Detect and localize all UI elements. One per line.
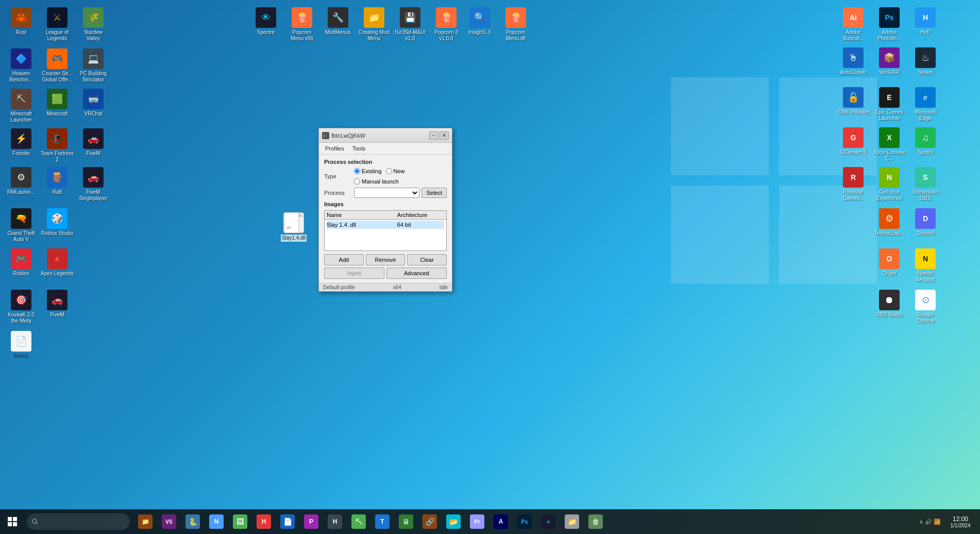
radio-existing[interactable]: Existing — [354, 168, 382, 174]
icon-discord[interactable]: D Discord — [907, 206, 944, 239]
icon-gta[interactable]: 🔫 Grand Theft Auto V — [3, 206, 40, 245]
icon-xbox[interactable]: X Xbox Console C... — [871, 125, 908, 164]
icon-autoclicker[interactable]: 🖱 AutoClicker — [835, 45, 872, 78]
icon-iobit[interactable]: 🔓 IObit Unlocker — [835, 85, 872, 118]
raft-label: Raft — [53, 189, 62, 195]
icon-gconvert[interactable]: G GConvert 5 — [835, 125, 872, 158]
icon-fortnite[interactable]: ⚡ Fortnite — [3, 126, 40, 159]
icon-lol[interactable]: ⚔ League of Legends — [39, 5, 76, 44]
icon-tf2[interactable]: 🎩 Team Fortress 2 — [39, 126, 76, 165]
taskbar-recycle[interactable]: 🗑 — [584, 510, 607, 533]
icon-roblox[interactable]: 🎮 Roblox — [3, 246, 40, 279]
radio-existing-input[interactable] — [354, 168, 360, 174]
icon-winrar[interactable]: 📦 WinRAR — [871, 45, 908, 78]
icon-geforce[interactable]: N GeForce Experience — [871, 165, 908, 204]
icon-spotify[interactable]: ♫ Spotify — [907, 125, 944, 158]
radio-manual-input[interactable] — [354, 178, 360, 185]
menu-profiles[interactable]: Profiles — [321, 144, 348, 153]
taskbar-tedit[interactable]: T — [371, 510, 394, 533]
icon-f1e3[interactable]: 💾 f1e3Sd-M&UI v1.0 — [392, 5, 429, 44]
taskbar-vs-icon: VS — [162, 514, 176, 529]
icon-msedge[interactable]: e Microsoft Edge — [907, 85, 944, 124]
taskbar-premiere[interactable]: Pr — [466, 510, 488, 533]
icon-origin[interactable]: O Origin — [871, 246, 908, 279]
taskbar-rust-shortcut[interactable]: 🔗 — [418, 510, 441, 533]
taskbar-rust-server[interactable]: 📁 — [134, 510, 157, 533]
icon-rockstar[interactable]: R Rockstar Games... — [835, 165, 872, 204]
icon-counter[interactable]: 🎮 Counter-Str... Global Offe... — [39, 46, 76, 85]
inject-button[interactable]: Inject — [324, 268, 384, 279]
icon-obs[interactable]: ⏺ OBS Studio — [871, 288, 908, 320]
tf2-label: Team Fortress 2 — [41, 151, 74, 163]
menu-tools[interactable]: Tools — [348, 144, 370, 153]
table-row[interactable]: Slay 1.4 .dll 64 bit — [327, 221, 444, 229]
radio-new-input[interactable] — [386, 168, 392, 174]
icon-hvd[interactable]: H HvD — [907, 5, 944, 38]
icon-fivems[interactable]: 🚗 FiveM Singleplayer — [75, 165, 112, 204]
taskbar-nbtexplorer[interactable]: N — [205, 510, 228, 533]
icon-norton[interactable]: N Norton Security — [907, 246, 944, 285]
taskbar-gettop[interactable]: 📂 — [442, 510, 465, 533]
taskbar-holdw[interactable]: H — [324, 510, 346, 533]
taskbar-overlay[interactable]: + — [537, 510, 560, 533]
taskbar-autofish[interactable]: H — [252, 510, 275, 533]
icon-mcl[interactable]: ⛏ Minecraft Launcher — [3, 87, 40, 125]
icon-insight[interactable]: 🔍 Insight1.3 — [461, 5, 498, 38]
icon-streamlabs[interactable]: S Streamlabs OBS — [907, 165, 944, 204]
add-button[interactable]: Add — [324, 254, 364, 265]
icon-xenos[interactable]: 📄 Xenos — [3, 329, 40, 361]
radio-new[interactable]: New — [386, 168, 405, 174]
taskbar-python[interactable]: 🐍 — [181, 510, 204, 533]
icon-kovr[interactable]: 🎯 KovaaK 2.0 the Meta — [3, 288, 40, 326]
icon-rml[interactable]: ⚙ RMLaunio... — [3, 165, 40, 197]
icon-pcbuilding[interactable]: 💻 PC Building Simulator — [75, 46, 112, 85]
icon-rust[interactable]: 🦀 Rust — [3, 5, 40, 38]
icon-rblxstudio[interactable]: 🎲 Roblox Studio — [39, 206, 76, 239]
advanced-button[interactable]: Advanced — [386, 268, 447, 279]
taskbar-terraria[interactable]: ⛏ — [347, 510, 370, 533]
icon-chrome[interactable]: ⊙ Google Chrome — [907, 288, 944, 326]
start-button[interactable] — [0, 509, 25, 534]
clock[interactable]: 12:00 1/1/2024 — [945, 514, 976, 529]
taskbar-proswapper[interactable]: P — [300, 510, 323, 533]
taskbar-search[interactable] — [27, 513, 130, 530]
icon-modmenus[interactable]: 🔧 ModMenus — [319, 5, 357, 38]
tf2-icon: 🎩 — [47, 128, 67, 149]
icon-popcorndll[interactable]: 🍿 Popcorn Menu.dll — [497, 5, 534, 44]
taskbar-mods[interactable]: 📁 — [561, 510, 583, 533]
icon-steam[interactable]: ♨ Steam — [907, 45, 944, 78]
icon-epic[interactable]: E Epic Games Launcher — [871, 85, 908, 124]
taskbar-photoshop[interactable]: Ps — [513, 510, 536, 533]
icon-technic[interactable]: ⚙ TechnicLau... — [871, 206, 908, 239]
icon-fivem[interactable]: 🚗 FiveM — [75, 126, 112, 159]
icon-ps[interactable]: Ps Adobe Photosh... — [871, 5, 908, 44]
icon-ai[interactable]: Ai Adobe Illustrat... — [835, 5, 872, 44]
select-process-button[interactable]: Select — [421, 188, 447, 198]
minimize-button[interactable]: − — [429, 131, 438, 140]
icon-heaven[interactable]: 🔷 Heaven Benchm... — [3, 46, 40, 85]
icon-raft[interactable]: 🪵 Raft — [39, 165, 76, 197]
radio-manual[interactable]: Manual launch — [354, 178, 399, 185]
geforce-icon: N — [879, 167, 900, 188]
taskbar-terrasrv[interactable]: 🖥 — [395, 510, 417, 533]
show-desktop-button[interactable] — [976, 509, 980, 534]
icon-apexleg[interactable]: 🔺 Apex Legends — [39, 246, 76, 279]
icon-popcorn3[interactable]: 🍿 Popcorn 3 v1.0.0 — [428, 5, 465, 44]
icon-creating[interactable]: 📁 Creating Mod Menu — [356, 5, 393, 44]
icon-vrchat[interactable]: 🥽 VRChat — [75, 87, 112, 119]
remove-button[interactable]: Remove — [366, 254, 405, 265]
icon-popcorn1[interactable]: 🍿 Popcorn Menu v0lt — [283, 5, 320, 44]
process-dropdown[interactable] — [354, 188, 419, 198]
close-button[interactable]: ✕ — [440, 131, 449, 140]
clear-button[interactable]: Clear — [407, 254, 447, 265]
icon-fivem2[interactable]: 🚗 FiveM — [39, 288, 76, 320]
taskbar-adobepre[interactable]: A — [489, 510, 512, 533]
desktop-slay-dll[interactable]: dll Slay1.4.dll — [275, 210, 312, 244]
icon-spectre[interactable]: 👁 Spectre — [247, 5, 284, 38]
icon-stardew[interactable]: 🌾 Stardew Valley — [75, 5, 112, 44]
icon-mc[interactable]: 🟩 Minecraft — [39, 87, 76, 119]
taskbar-overlay-icon: + — [541, 514, 555, 529]
taskbar-vs-commit[interactable]: VS — [158, 510, 180, 533]
taskbar-persistentw[interactable]: 📄 — [276, 510, 299, 533]
taskbar-welcomepic[interactable]: 🖼 — [229, 510, 251, 533]
